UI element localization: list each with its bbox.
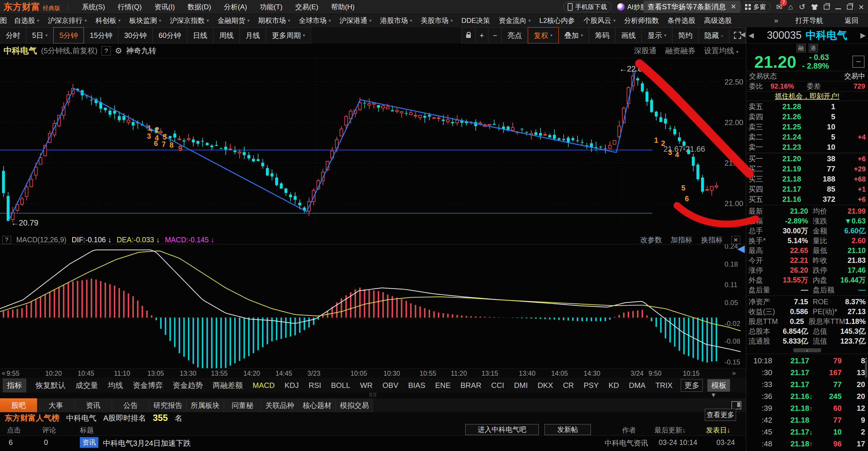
order-book-row[interactable]: 卖三21.2510 bbox=[748, 122, 866, 132]
tool-button[interactable]: 隐藏» bbox=[699, 27, 730, 43]
menu-item[interactable]: 帮助(H) bbox=[331, 2, 354, 11]
period-button[interactable]: 月线 bbox=[240, 27, 266, 43]
nav-item-clipped[interactable]: 图 bbox=[0, 16, 10, 25]
menu-item[interactable]: 系统(S) bbox=[82, 2, 105, 11]
nav-item[interactable]: 期权市场▾ bbox=[258, 16, 290, 25]
row-title[interactable]: 中科电气3月24日加速下跌 bbox=[103, 438, 191, 448]
menu-item[interactable]: 行情(Q) bbox=[118, 2, 142, 11]
nav-item[interactable]: 分析师指数 bbox=[624, 16, 659, 25]
nav-item[interactable]: 资金流向▾ bbox=[499, 16, 531, 25]
remove-watchlist-icon[interactable]: − bbox=[852, 56, 865, 68]
indicator-tab[interactable]: TRIX bbox=[655, 381, 673, 390]
new-post-button[interactable]: 发新帖 bbox=[545, 424, 591, 435]
switch-indicator-link[interactable]: 换指标 bbox=[701, 235, 723, 245]
col-author[interactable]: 作者 bbox=[622, 425, 636, 435]
indicator-tab[interactable]: KD bbox=[609, 381, 619, 390]
indicator-tab[interactable]: 资金博弈 bbox=[133, 380, 163, 391]
scroll-right-icon[interactable]: » bbox=[732, 369, 736, 377]
row-author[interactable]: 中科电气资讯 bbox=[590, 438, 648, 448]
nav-item-back[interactable]: 返回 bbox=[844, 16, 859, 25]
forum-row[interactable]: 6 0 资讯 中科电气3月24日加速下跌 中科电气资讯 03-24 10:14 … bbox=[0, 436, 746, 449]
next-stock-icon[interactable]: ▶ bbox=[861, 31, 866, 39]
nav-item[interactable]: 金融期货▾ bbox=[218, 16, 250, 25]
nav-overflow-chevron[interactable]: » bbox=[774, 16, 778, 25]
period-button[interactable]: 15分钟 bbox=[84, 27, 118, 43]
notification-close-icon[interactable]: ✕ bbox=[731, 3, 736, 11]
tick-scrollbar[interactable]: ▲ bbox=[864, 356, 868, 451]
period-button[interactable]: 30分钟 bbox=[118, 27, 153, 43]
skin-icon[interactable] bbox=[811, 4, 818, 10]
period-button[interactable]: 周线 bbox=[213, 27, 240, 43]
maximize-icon[interactable] bbox=[847, 5, 852, 9]
tool-button[interactable]: 亮点 bbox=[501, 27, 528, 43]
indicator-tab[interactable]: DMI bbox=[514, 381, 528, 390]
indicator-tab[interactable]: 两融差额 bbox=[213, 380, 243, 391]
splitter[interactable]: ⠿⠿ ▼ bbox=[0, 393, 746, 398]
zoom-out-button[interactable]: − bbox=[488, 27, 502, 43]
notification-popup[interactable]: 查看ST华扬等7条新消息 ✕ bbox=[644, 1, 740, 13]
indicator-tab[interactable]: CCI bbox=[491, 381, 504, 390]
nav-item[interactable]: 沪深京排行▾ bbox=[48, 16, 87, 25]
add-indicator-link[interactable]: 加指标 bbox=[671, 235, 692, 245]
period-button[interactable]: 5分钟 bbox=[53, 27, 84, 43]
indicator-tab[interactable]: 恢复默认 bbox=[36, 380, 66, 391]
ma-setting-dropdown[interactable]: 设置均线 ▾ bbox=[704, 46, 738, 56]
nav-item[interactable]: 沪深港通▾ bbox=[339, 16, 372, 25]
collapse-triangle-icon[interactable]: ▼ bbox=[710, 391, 717, 399]
nav-item[interactable]: 条件选股 bbox=[668, 16, 695, 25]
view-more-button[interactable]: 查看更多 bbox=[705, 409, 736, 421]
indicator-tab[interactable]: CR bbox=[563, 381, 574, 390]
nav-item[interactable]: 板块监测▾ bbox=[129, 16, 161, 25]
home-icon[interactable]: ⌂ bbox=[788, 3, 793, 11]
indicator-tab[interactable]: RSI bbox=[309, 381, 321, 390]
menu-item[interactable]: 资讯(I) bbox=[155, 2, 175, 11]
nav-item[interactable]: 港股市场▾ bbox=[380, 16, 412, 25]
nav-item-open-nav[interactable]: 打开导航 bbox=[795, 16, 823, 25]
order-book-row[interactable]: 买一21.2038+6 bbox=[748, 154, 866, 164]
forum-row[interactable]: 1 0 整天有韭菜在吹的票已全跌 华山论剑三圣 03-24 10:16 03-2… bbox=[0, 449, 746, 451]
content-tab[interactable]: 研究报告 bbox=[149, 398, 187, 412]
lock-button[interactable] bbox=[462, 27, 475, 43]
order-book-row[interactable]: 卖二21.245+4 bbox=[748, 132, 866, 142]
order-book-row[interactable]: 卖四21.265 bbox=[748, 112, 866, 122]
indicator-tab[interactable]: OBV bbox=[382, 381, 398, 390]
indicator-tab[interactable]: 均线 bbox=[108, 380, 123, 391]
col-title[interactable]: 标题 bbox=[80, 425, 94, 435]
menu-item[interactable]: 交易(E) bbox=[295, 2, 318, 11]
nav-item[interactable]: 沪深京指数▾ bbox=[170, 16, 209, 25]
content-tab[interactable]: 公告 bbox=[112, 398, 149, 412]
prev-stock-icon[interactable]: ◀ bbox=[748, 31, 754, 39]
link-szhk-connect[interactable]: 深股通 bbox=[634, 46, 656, 56]
collapse-handle[interactable]: ▲ bbox=[793, 348, 821, 352]
content-tab[interactable]: 模拟交易 bbox=[336, 398, 373, 412]
order-book-row[interactable]: 买四21.1785+1 bbox=[748, 184, 866, 194]
tool-button[interactable]: 简约 bbox=[672, 27, 699, 43]
indicator-tab[interactable]: ENE bbox=[435, 381, 451, 390]
macd-chart[interactable]: 0.240.180.110.05-0.02-0.08-0.15 bbox=[0, 244, 746, 369]
nav-item[interactable]: L2核心内参 bbox=[539, 16, 575, 25]
panel-toggle-icon[interactable] bbox=[732, 401, 741, 409]
help-icon[interactable]: ? bbox=[101, 46, 111, 56]
period-button[interactable]: 更多周期▾ bbox=[266, 27, 311, 43]
nav-item[interactable]: DDE决策 bbox=[462, 16, 490, 25]
refresh-icon[interactable]: ↺ bbox=[799, 3, 806, 11]
open-account-link[interactable]: 抓住机会，即刻开户! bbox=[746, 91, 868, 101]
zoom-in-button[interactable]: + bbox=[475, 27, 489, 43]
content-tab[interactable]: 股吧 bbox=[0, 398, 37, 412]
toolbar-collapse-icon[interactable]: ◀ bbox=[740, 31, 745, 38]
content-tab[interactable]: 关联品种 bbox=[261, 398, 299, 412]
edit-params-link[interactable]: 改参数 bbox=[640, 235, 662, 245]
col-date[interactable]: 发表日↓ bbox=[706, 425, 730, 435]
order-book-row[interactable]: 买二21.1977+29 bbox=[748, 164, 866, 174]
mail-icon[interactable]: ✉7 bbox=[776, 3, 783, 11]
scroll-left-icon[interactable]: « bbox=[2, 369, 5, 377]
col-updated[interactable]: 最后更新↓ bbox=[654, 425, 686, 435]
link-margin-trading[interactable]: 融资融券 bbox=[665, 46, 695, 56]
enter-forum-button[interactable]: 进入中科电气吧 bbox=[465, 424, 539, 435]
gear-icon[interactable]: ⚙ bbox=[115, 46, 122, 56]
order-book-row[interactable]: 卖五21.281 bbox=[748, 101, 866, 112]
tool-button[interactable]: 复权▾ bbox=[528, 27, 559, 43]
close-icon[interactable]: × bbox=[859, 3, 864, 11]
indicator-tab[interactable]: KDJ bbox=[285, 381, 299, 390]
indicator-tab[interactable]: DMA bbox=[629, 381, 646, 390]
